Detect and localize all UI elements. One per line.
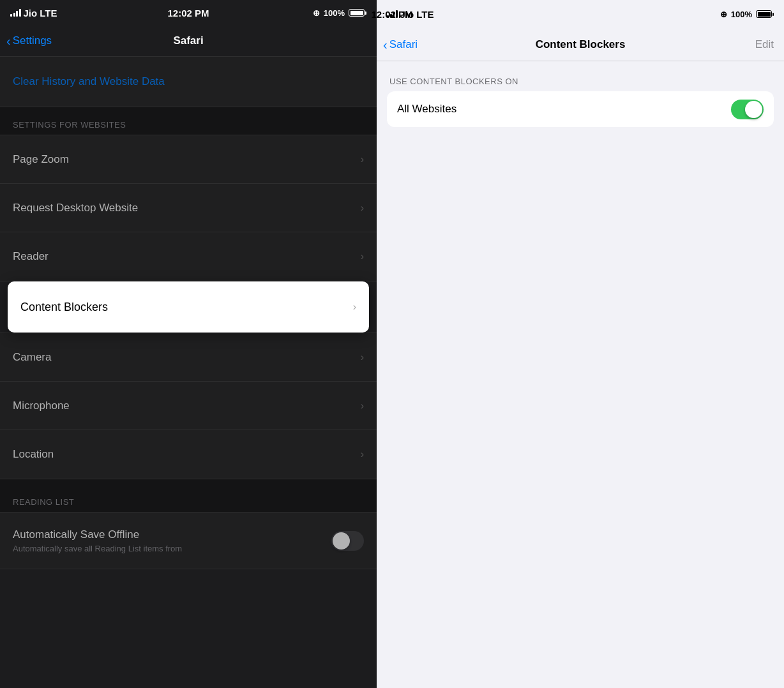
auto-save-row[interactable]: Automatically Save Offline Automatically… [0,512,377,569]
chevron-right-icon-3: › [361,251,364,262]
time-label: 12:02 PM [167,8,209,19]
camera-row[interactable]: Camera › [0,333,377,382]
auto-save-desc: Automatically save all Reading List item… [13,544,182,553]
battery-icon [349,9,366,17]
page-zoom-row[interactable]: Page Zoom › [0,135,377,184]
edit-button[interactable]: Edit [755,38,774,51]
status-bar-right: Jio LTE 12:02 PM ⊕ 100% [377,0,784,28]
auto-save-info: Automatically Save Offline Automatically… [13,528,182,553]
screen-record-icon: ⊕ [313,8,320,18]
safari-back-button[interactable]: ‹ Safari [383,38,418,51]
network-label: LTE [40,8,57,19]
content-blockers-chevron: › [353,301,356,313]
all-websites-toggle[interactable] [731,100,764,119]
reader-label: Reader [13,250,49,263]
page-zoom-label: Page Zoom [13,153,69,166]
clear-history-label: Clear History and Website Data [13,75,165,88]
status-bar-left: Jio LTE 12:02 PM ⊕ 100% [0,0,377,26]
location-row[interactable]: Location › [0,430,377,479]
battery-icon-right [756,10,774,18]
microphone-row[interactable]: Microphone › [0,382,377,430]
location-label: Location [13,448,54,461]
reader-row[interactable]: Reader › [0,232,377,281]
safari-back-label: Safari [389,38,418,51]
chevron-right-icon-4: › [361,352,364,363]
settings-group-websites: Page Zoom › Request Desktop Website › Re… [0,135,377,281]
signal-icon [10,9,21,17]
right-panel: Jio LTE 12:02 PM ⊕ 100% ‹ Safari Content… [377,0,784,688]
chevron-right-icon-2: › [361,202,364,214]
left-panel: Jio LTE 12:02 PM ⊕ 100% ‹ Settings Safar… [0,0,377,688]
carrier-info: Jio LTE [10,8,57,19]
page-title-left: Safari [173,34,203,47]
content-blockers-row[interactable]: Content Blockers › [8,281,369,333]
all-websites-row[interactable]: All Websites [387,91,774,127]
content-blockers-label: Content Blockers [20,301,108,314]
auto-save-toggle[interactable] [331,531,364,551]
chevron-left-icon: ‹ [6,34,11,47]
all-websites-label: All Websites [397,103,456,116]
reading-list-header: Reading List [0,479,377,512]
auto-save-label: Automatically Save Offline [13,528,182,541]
network-label-right: LTE [416,9,433,20]
page-title-right: Content Blockers [536,38,626,51]
camera-label: Camera [13,351,51,364]
settings-group-permissions: Camera › Microphone › Location › [0,333,377,479]
use-blockers-header: Use Content Blockers On [377,61,784,91]
time-label-right: 12:02 PM [371,9,412,20]
battery-info: ⊕ 100% [313,8,366,18]
settings-group-reading: Automatically Save Offline Automatically… [0,512,377,569]
battery-info-right: ⊕ 100% [720,10,774,19]
chevron-right-icon-5: › [361,400,364,412]
battery-percent: 100% [324,8,345,18]
clear-history-row[interactable]: Clear History and Website Data [0,56,377,107]
screen-record-icon-right: ⊕ [720,10,727,19]
nav-bar-right: ‹ Safari Content Blockers Edit [377,28,784,61]
microphone-label: Microphone [13,400,70,412]
request-desktop-label: Request Desktop Website [13,202,138,214]
request-desktop-row[interactable]: Request Desktop Website › [0,184,377,232]
battery-percent-right: 100% [731,10,752,19]
nav-bar-left: ‹ Settings Safari [0,26,377,56]
back-button[interactable]: ‹ Settings [6,34,52,47]
content-blockers-settings-group: All Websites [387,91,774,127]
right-content: Use Content Blockers On All Websites [377,61,784,688]
chevron-right-icon: › [361,154,364,165]
carrier-label: Jio [24,8,38,19]
left-scroll: Clear History and Website Data Settings … [0,56,377,688]
chevron-left-icon-right: ‹ [383,38,388,51]
chevron-right-icon-6: › [361,449,364,460]
back-label: Settings [13,34,52,47]
settings-for-websites-header: Settings for Websites [0,107,377,135]
